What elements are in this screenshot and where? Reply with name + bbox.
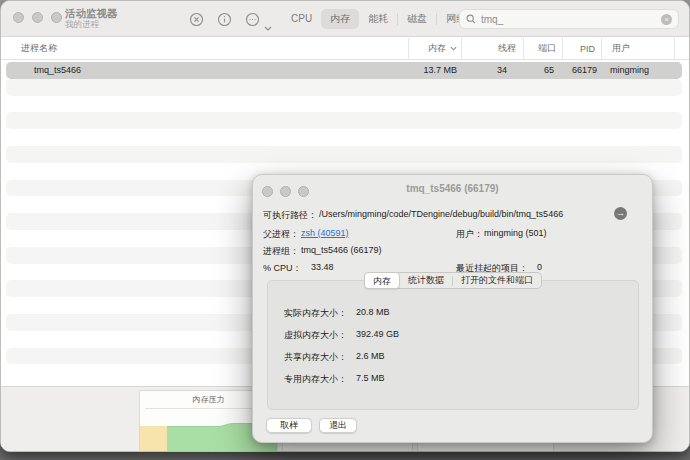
cell-pid: 66179	[562, 65, 601, 75]
dialog-tab-statistics[interactable]: 统计数据	[400, 273, 452, 288]
minimize-window-button[interactable]	[32, 12, 43, 23]
window-subtitle: 我的进程	[65, 19, 118, 30]
exec-path-value: /Users/mingming/code/TDengine/debug/buil…	[319, 209, 563, 219]
clear-search-icon[interactable]: ×	[661, 14, 672, 25]
search-input[interactable]	[481, 14, 661, 25]
real-memory-label: 实际内存大小：	[284, 308, 347, 318]
table-row[interactable]	[6, 112, 682, 129]
column-header-spacer	[674, 38, 689, 59]
traffic-lights	[13, 12, 62, 23]
column-header-threads[interactable]: 线程	[461, 38, 523, 59]
dialog-title: tmq_ts5466 (66179)	[253, 183, 652, 194]
exec-path-row: 可执行路径： /Users/mingming/code/TDengine/deb…	[263, 209, 642, 222]
column-header-user[interactable]: 用户	[601, 38, 674, 59]
parent-process-link[interactable]: zsh (40591)	[301, 228, 349, 238]
search-icon	[466, 14, 476, 24]
real-memory-value: 20.8 MB	[356, 307, 390, 317]
column-header-memory[interactable]: 内存	[408, 38, 461, 59]
desktop: 活动监视器 我的进程	[0, 0, 690, 460]
table-row[interactable]	[6, 146, 682, 163]
cpu-label: % CPU：	[263, 263, 302, 273]
dialog-tabbar: 内存 统计数据 打开的文件和端口	[364, 272, 542, 289]
zoom-window-button[interactable]	[51, 12, 62, 23]
cell-memory: 13.7 MB	[408, 65, 461, 75]
chevron-down-icon	[264, 17, 272, 23]
shared-memory-value: 2.6 MB	[356, 351, 385, 361]
private-memory-label: 专用内存大小：	[284, 374, 347, 384]
dialog-tab-open-files[interactable]: 打开的文件和端口	[453, 273, 541, 288]
private-memory-row: 专用内存大小： 7.5 MB	[284, 373, 347, 386]
recent-hangs-value: 0	[537, 262, 542, 272]
column-header-name[interactable]: 进程名称	[1, 38, 408, 59]
table-row[interactable]	[6, 129, 682, 146]
process-info-dialog: tmq_ts5466 (66179) 可执行路径： /Users/mingmin…	[252, 174, 653, 443]
exec-path-label: 可执行路径：	[263, 210, 317, 220]
cell-ports: 65	[523, 65, 562, 75]
search-field[interactable]: ×	[459, 9, 679, 29]
table-row[interactable]	[6, 96, 682, 113]
titlebar: 活动监视器 我的进程	[1, 1, 689, 37]
column-header-pid[interactable]: PID	[562, 38, 601, 59]
info-icon[interactable]	[217, 12, 232, 27]
shared-memory-row: 共享内存大小： 2.6 MB	[284, 351, 347, 364]
private-memory-value: 7.5 MB	[356, 373, 385, 383]
user-value: mingming (501)	[484, 228, 547, 238]
parent-process-row: 父进程： zsh (40591) 用户： mingming (501)	[263, 228, 642, 241]
real-memory-row: 实际内存大小： 20.8 MB	[284, 307, 347, 320]
column-header-ports[interactable]: 端口	[523, 38, 562, 59]
tab-cpu[interactable]: CPU	[282, 9, 321, 29]
virtual-memory-row: 虚拟内存大小： 392.49 GB	[284, 329, 347, 342]
cell-process-name: tmq_ts5466	[6, 65, 408, 75]
cell-threads: 34	[461, 65, 523, 75]
window-title-block: 活动监视器 我的进程	[65, 7, 118, 30]
quit-button[interactable]: 退出	[319, 418, 357, 433]
table-row-selected[interactable]: tmq_ts5466 13.7 MB 34 65 66179 mingming	[6, 62, 682, 79]
parent-process-label: 父进程：	[263, 229, 299, 239]
virtual-memory-label: 虚拟内存大小：	[284, 330, 347, 340]
process-group-row: 进程组： tmq_ts5466 (66179)	[263, 245, 642, 258]
tab-memory[interactable]: 内存	[321, 9, 359, 29]
virtual-memory-value: 392.49 GB	[356, 329, 399, 339]
table-row-content: tmq_ts5466 13.7 MB 34 65 66179 mingming	[6, 62, 682, 79]
shared-memory-label: 共享内存大小：	[284, 352, 347, 362]
column-header-memory-label: 内存	[428, 42, 446, 55]
tab-energy[interactable]: 能耗	[359, 9, 397, 29]
cpu-value: 33.48	[311, 262, 334, 272]
memory-tab-panel: 实际内存大小： 20.8 MB 虚拟内存大小： 392.49 GB 共享内存大小…	[267, 280, 639, 410]
tab-disk[interactable]: 磁盘	[398, 9, 436, 29]
view-segmented-control: CPU 内存 能耗 磁盘 网络	[282, 9, 475, 29]
sample-button[interactable]: 取样	[266, 418, 312, 433]
user-label: 用户：	[456, 228, 483, 241]
window-title: 活动监视器	[65, 7, 118, 19]
more-options-icon[interactable]	[245, 12, 260, 27]
process-group-value: tmq_ts5466 (66179)	[301, 245, 382, 255]
reveal-in-finder-icon[interactable]: →	[614, 207, 627, 220]
quit-process-icon[interactable]	[189, 12, 204, 27]
table-header: 进程名称 内存 线程 端口 PID 用户	[1, 38, 689, 60]
dialog-tab-memory[interactable]: 内存	[364, 272, 400, 289]
sort-chevron-down-icon	[450, 46, 457, 51]
cell-user: mingming	[601, 65, 674, 75]
table-row[interactable]	[6, 79, 682, 96]
process-group-label: 进程组：	[263, 246, 299, 256]
close-window-button[interactable]	[13, 12, 24, 23]
